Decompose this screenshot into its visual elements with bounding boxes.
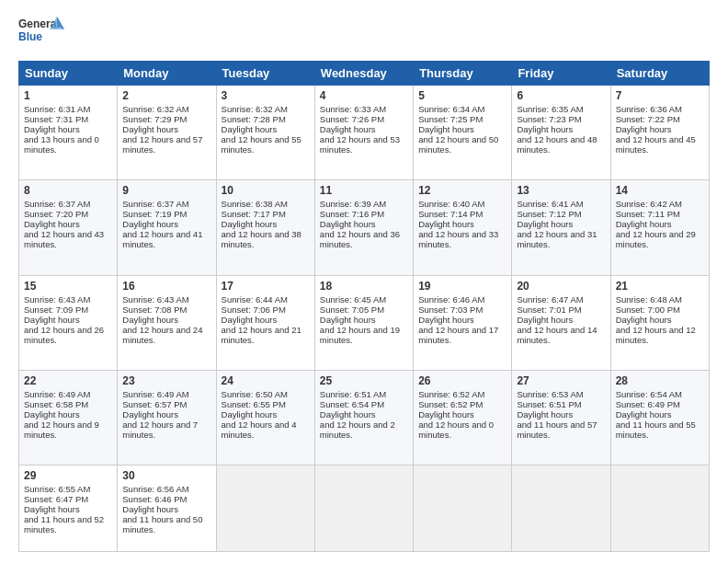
col-sunday: Sunday [19,62,118,86]
table-row: 3Sunrise: 6:32 AMSunset: 7:28 PMDaylight… [216,86,314,180]
table-row: 13Sunrise: 6:41 AMSunset: 7:12 PMDayligh… [512,180,610,275]
day-number: 26 [418,374,506,387]
table-row: 15Sunrise: 6:43 AMSunset: 7:09 PMDayligh… [19,275,118,370]
day-number: 7 [616,89,704,102]
table-row: 18Sunrise: 6:45 AMSunset: 7:05 PMDayligh… [314,275,413,370]
table-row: 7Sunrise: 6:36 AMSunset: 7:22 PMDaylight… [610,86,709,180]
day-number: 15 [24,280,112,293]
svg-text:Blue: Blue [18,30,42,43]
table-row: 29Sunrise: 6:55 AMSunset: 6:47 PMDayligh… [19,465,118,552]
table-row: 16Sunrise: 6:43 AMSunset: 7:08 PMDayligh… [118,275,216,370]
day-number: 9 [122,184,210,197]
day-number: 2 [122,89,210,102]
table-row: 24Sunrise: 6:50 AMSunset: 6:55 PMDayligh… [216,370,314,465]
table-row: 6Sunrise: 6:35 AMSunset: 7:23 PMDaylight… [512,86,610,180]
day-number: 1 [24,89,112,102]
day-number: 5 [418,89,506,102]
day-number: 23 [122,374,210,387]
table-row: 23Sunrise: 6:49 AMSunset: 6:57 PMDayligh… [118,370,216,465]
table-row: 8Sunrise: 6:37 AMSunset: 7:20 PMDaylight… [19,180,118,275]
col-saturday: Saturday [610,62,709,86]
table-row: 22Sunrise: 6:49 AMSunset: 6:58 PMDayligh… [19,370,118,465]
day-number: 14 [616,184,704,197]
day-number: 22 [24,374,112,387]
day-number: 8 [24,184,112,197]
table-row: 12Sunrise: 6:40 AMSunset: 7:14 PMDayligh… [414,180,512,275]
day-number: 18 [320,280,408,293]
logo: General Blue [18,15,64,52]
calendar-table: Sunday Monday Tuesday Wednesday Thursday… [18,61,710,552]
day-number: 13 [517,184,605,197]
col-wednesday: Wednesday [314,62,413,86]
day-number: 28 [616,374,704,387]
day-number: 6 [517,89,605,102]
day-number: 30 [122,469,210,482]
day-number: 27 [517,374,605,387]
col-tuesday: Tuesday [216,62,314,86]
day-number: 19 [418,280,506,293]
table-row: 25Sunrise: 6:51 AMSunset: 6:54 PMDayligh… [314,370,413,465]
table-row: 2Sunrise: 6:32 AMSunset: 7:29 PMDaylight… [118,86,216,180]
table-row: 30Sunrise: 6:56 AMSunset: 6:46 PMDayligh… [118,465,216,552]
table-row [512,465,610,552]
table-row: 14Sunrise: 6:42 AMSunset: 7:11 PMDayligh… [610,180,709,275]
day-number: 24 [222,374,310,387]
calendar-header-row: Sunday Monday Tuesday Wednesday Thursday… [19,62,710,86]
day-number: 29 [24,469,112,482]
table-row: 5Sunrise: 6:34 AMSunset: 7:25 PMDaylight… [414,86,512,180]
table-row: 26Sunrise: 6:52 AMSunset: 6:52 PMDayligh… [414,370,512,465]
table-row [414,465,512,552]
page: General Blue Sunday Monday Tuesday Wedne… [0,0,728,563]
table-row: 4Sunrise: 6:33 AMSunset: 7:26 PMDaylight… [314,86,413,180]
day-number: 3 [222,89,310,102]
day-number: 10 [222,184,310,197]
table-row: 28Sunrise: 6:54 AMSunset: 6:49 PMDayligh… [610,370,709,465]
table-row: 1Sunrise: 6:31 AMSunset: 7:31 PMDaylight… [19,86,118,180]
table-row: 9Sunrise: 6:37 AMSunset: 7:19 PMDaylight… [118,180,216,275]
header: General Blue [18,15,710,52]
col-thursday: Thursday [414,62,512,86]
table-row: 27Sunrise: 6:53 AMSunset: 6:51 PMDayligh… [512,370,610,465]
table-row [216,465,314,552]
day-number: 20 [517,280,605,293]
table-row: 11Sunrise: 6:39 AMSunset: 7:16 PMDayligh… [314,180,413,275]
day-number: 21 [616,280,704,293]
day-number: 17 [222,280,310,293]
logo-svg: General Blue [18,15,64,52]
table-row: 21Sunrise: 6:48 AMSunset: 7:00 PMDayligh… [610,275,709,370]
table-row [314,465,413,552]
day-number: 12 [418,184,506,197]
day-number: 11 [320,184,408,197]
day-number: 4 [320,89,408,102]
table-row [610,465,709,552]
table-row: 20Sunrise: 6:47 AMSunset: 7:01 PMDayligh… [512,275,610,370]
col-friday: Friday [512,62,610,86]
day-number: 16 [122,280,210,293]
table-row: 17Sunrise: 6:44 AMSunset: 7:06 PMDayligh… [216,275,314,370]
col-monday: Monday [118,62,216,86]
table-row: 10Sunrise: 6:38 AMSunset: 7:17 PMDayligh… [216,180,314,275]
day-number: 25 [320,374,408,387]
table-row: 19Sunrise: 6:46 AMSunset: 7:03 PMDayligh… [414,275,512,370]
